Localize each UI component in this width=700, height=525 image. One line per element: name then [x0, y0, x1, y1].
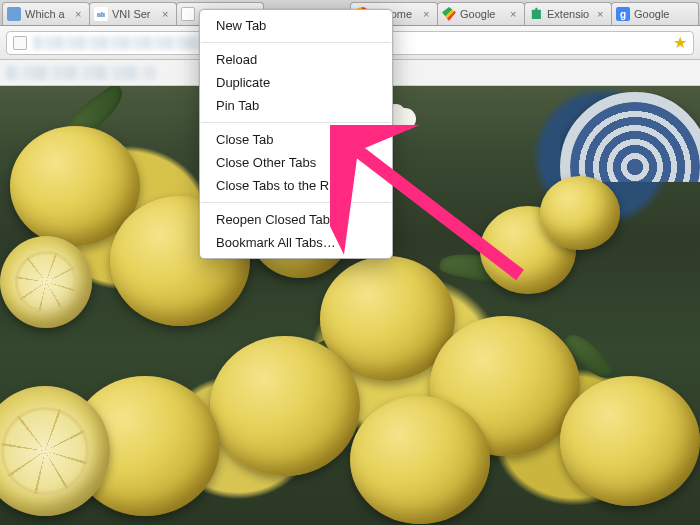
menu-pin-tab[interactable]: Pin Tab	[200, 94, 392, 117]
menu-reopen-closed-tab[interactable]: Reopen Closed Tab	[200, 208, 392, 231]
favicon-page	[181, 7, 195, 21]
close-icon[interactable]: ×	[162, 8, 172, 20]
tab-title: Extensio	[547, 8, 595, 20]
favicon-puzzle	[529, 7, 543, 21]
blurred-bookmark	[6, 66, 156, 80]
tab-google[interactable]: g Google	[611, 2, 699, 25]
menu-separator	[201, 122, 391, 123]
menu-reload[interactable]: Reload	[200, 48, 392, 71]
tab-title: Google	[634, 8, 694, 20]
favicon-google: g	[616, 7, 630, 21]
menu-separator	[201, 202, 391, 203]
menu-separator	[201, 42, 391, 43]
menu-close-tabs-right[interactable]: Close Tabs to the Right	[200, 174, 392, 197]
page-icon	[13, 36, 27, 50]
painting-lemon	[350, 396, 490, 524]
favicon-maps	[442, 7, 456, 21]
menu-close-tab[interactable]: Close Tab	[200, 128, 392, 151]
painting-lemon	[210, 336, 360, 476]
painting-lemon	[560, 376, 700, 506]
tab-vni[interactable]: ıılı VNI Ser ×	[89, 2, 177, 25]
menu-bookmark-all-tabs[interactable]: Bookmark All Tabs…	[200, 231, 392, 254]
tab-title: VNI Ser	[112, 8, 160, 20]
close-icon[interactable]: ×	[510, 8, 520, 20]
tab-which[interactable]: Which a ×	[2, 2, 90, 25]
menu-new-tab[interactable]: New Tab	[200, 14, 392, 37]
close-icon[interactable]: ×	[597, 8, 607, 20]
bookmark-star-icon[interactable]: ★	[673, 33, 687, 52]
painting-lemon-cut	[0, 236, 92, 328]
painting-lemon	[540, 176, 620, 250]
tab-title: Which a	[25, 8, 73, 20]
url-text-blurred	[33, 36, 203, 50]
tab-title: Google	[460, 8, 508, 20]
close-icon[interactable]: ×	[423, 8, 433, 20]
menu-close-other-tabs[interactable]: Close Other Tabs	[200, 151, 392, 174]
favicon-generic	[7, 7, 21, 21]
close-icon[interactable]: ×	[75, 8, 85, 20]
tab-context-menu: New Tab Reload Duplicate Pin Tab Close T…	[199, 9, 393, 259]
tab-extensions[interactable]: Extensio ×	[524, 2, 612, 25]
menu-duplicate[interactable]: Duplicate	[200, 71, 392, 94]
tab-maps[interactable]: Google ×	[437, 2, 525, 25]
favicon-cisco: ıılı	[94, 7, 108, 21]
